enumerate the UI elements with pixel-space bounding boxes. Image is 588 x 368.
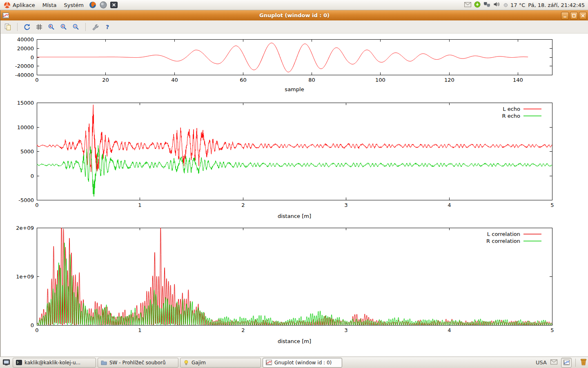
update-tray[interactable] xyxy=(474,1,481,9)
ubuntu-logo-icon xyxy=(4,2,11,9)
x-tick-label: 1 xyxy=(138,202,141,208)
y-tick-label: 5000 xyxy=(20,148,34,155)
zoom-out-button[interactable] xyxy=(71,22,81,32)
keyboard-layout-indicator[interactable]: USA xyxy=(536,359,547,366)
titlebar[interactable]: Gnuplot (window id : 0) xyxy=(0,10,588,20)
help-icon: ? xyxy=(104,23,111,31)
configure-button[interactable] xyxy=(90,22,100,32)
series-r-correlation xyxy=(37,243,552,325)
trash-applet[interactable] xyxy=(579,358,588,367)
taskbar-tray: USA xyxy=(536,357,588,368)
firefox-launcher[interactable] xyxy=(87,0,98,10)
clock-label[interactable]: Pá, 18. září, 21:42:45 xyxy=(528,2,585,8)
toolbar-separator xyxy=(17,23,18,31)
x-tick-label: 4 xyxy=(448,327,451,333)
zoom-in-button[interactable] xyxy=(59,22,69,32)
y-tick-label: 15000 xyxy=(17,100,34,106)
gnuplot-icon xyxy=(266,360,272,365)
terminal-launcher[interactable] xyxy=(109,0,119,10)
mail-envelope-icon xyxy=(464,2,471,7)
x-tick-label: 3 xyxy=(344,327,347,333)
task-label: Gajim xyxy=(192,360,206,366)
task-label: Gnuplot (window id : 0) xyxy=(274,360,332,366)
legend-label: L echo xyxy=(503,106,520,112)
sample-waveform-chart: 020406080100120140-40000-200000200004000… xyxy=(0,36,588,97)
x-tick-label: 3 xyxy=(344,202,347,208)
gnuplot-window-icon xyxy=(2,13,9,18)
legend-label: R echo xyxy=(502,113,520,119)
legend-label: L correlation xyxy=(487,231,520,237)
y-tick-label: 0 xyxy=(31,173,34,179)
system-menu-label: Systém xyxy=(64,2,83,8)
y-tick-label: -20000 xyxy=(15,63,34,69)
trash-icon xyxy=(579,358,588,366)
x-tick-label: 2 xyxy=(241,327,245,333)
y-tick-label: 0 xyxy=(31,54,34,61)
x-tick-label: 0 xyxy=(35,77,38,83)
update-manager-icon xyxy=(474,1,481,8)
firefox-icon xyxy=(89,1,96,9)
places-menu[interactable]: Místa xyxy=(39,0,60,10)
task-button-terminal[interactable]: kaklik@kaklik-kolej-u... xyxy=(13,358,96,368)
show-desktop-button[interactable] xyxy=(1,358,11,367)
minimize-button[interactable] xyxy=(561,12,569,20)
system-menu[interactable]: Systém xyxy=(60,0,87,10)
zoom-previous-button[interactable] xyxy=(47,22,56,32)
x-tick-label: 0 xyxy=(35,202,38,208)
panel-right: 17 °C Pá, 18. září, 21:42:45 xyxy=(464,0,588,10)
close-icon xyxy=(581,14,585,18)
weather-tray[interactable]: 17 °C xyxy=(503,2,525,8)
task-button-gajim[interactable]: Gajim xyxy=(180,358,261,368)
echo-chart: 012345-5000050001000015000distance [m]L … xyxy=(0,99,588,222)
window-buttons xyxy=(561,12,587,20)
x-tick-label: 20 xyxy=(102,77,109,83)
task-button-gnuplot[interactable]: Gnuplot (window id : 0) xyxy=(263,358,342,368)
x-tick-label: 5 xyxy=(550,202,554,208)
grid-icon xyxy=(36,23,43,31)
task-label: SW - Prohlížeč souborů xyxy=(109,360,166,366)
help-launcher[interactable] xyxy=(98,0,109,10)
temperature-label: 17 °C xyxy=(510,2,525,8)
gnuplot-tray-button[interactable] xyxy=(561,358,572,368)
show-desktop-icon xyxy=(3,359,10,366)
task-label: kaklik@kaklik-kolej-u... xyxy=(24,360,80,366)
mail-notification[interactable] xyxy=(550,359,557,366)
network-tray[interactable] xyxy=(483,2,490,9)
y-tick-label: 20000 xyxy=(17,45,34,52)
x-tick-label: 0 xyxy=(35,327,38,333)
task-button-file-manager[interactable]: SW - Prohlížeč souborů xyxy=(98,358,178,368)
mail-envelope-icon xyxy=(550,359,557,365)
weather-icon xyxy=(503,2,509,8)
x-tick-label: 80 xyxy=(308,77,315,83)
file-manager-icon xyxy=(101,360,107,365)
x-tick-label: 100 xyxy=(375,77,385,83)
x-tick-label: 60 xyxy=(240,77,247,83)
terminal-icon xyxy=(110,2,118,8)
volume-tray[interactable] xyxy=(493,1,500,9)
x-tick-label: 5 xyxy=(550,327,554,333)
y-tick-label: 40000 xyxy=(17,36,34,43)
toggle-grid-button[interactable] xyxy=(34,22,44,32)
applications-menu-label: Aplikace xyxy=(13,2,35,8)
taskbar: kaklik@kaklik-kolej-u... SW - Prohlížeč … xyxy=(0,357,588,368)
chart-svg: 020406080100120140-40000-200000200004000… xyxy=(0,36,588,97)
zoom-previous-icon xyxy=(48,23,55,31)
mail-tray[interactable] xyxy=(464,2,471,9)
copy-to-clipboard-button[interactable] xyxy=(3,22,13,32)
replot-button[interactable] xyxy=(22,22,32,32)
y-tick-label: -40000 xyxy=(15,72,34,78)
close-button[interactable] xyxy=(579,12,587,20)
minimize-icon xyxy=(563,14,567,18)
legend-label: R correlation xyxy=(486,238,520,244)
help-button[interactable]: ? xyxy=(102,22,112,32)
x-tick-label: 4 xyxy=(448,202,451,208)
y-tick-label: 1e+09 xyxy=(16,274,34,280)
x-axis-label: distance [m] xyxy=(278,213,311,219)
applications-menu[interactable]: Aplikace xyxy=(0,0,39,10)
y-tick-label: -5000 xyxy=(18,197,34,203)
svg-text:?: ? xyxy=(106,24,109,30)
maximize-button[interactable] xyxy=(570,12,578,20)
x-axis-label: sample xyxy=(285,86,304,92)
series-l-echo xyxy=(37,105,552,172)
series-r-echo xyxy=(37,146,552,197)
